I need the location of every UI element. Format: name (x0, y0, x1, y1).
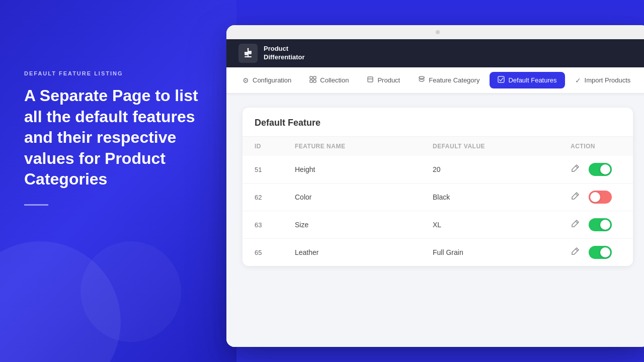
tab-collection[interactable]: Collection (301, 72, 357, 88)
app-main: Default Feature ID Feature Name Default … (226, 94, 644, 280)
action-cell (571, 218, 621, 231)
product-icon (367, 76, 374, 84)
svg-line-15 (576, 221, 578, 223)
feature-card-title: Default Feature (255, 118, 621, 128)
import-products-icon: ✓ (575, 76, 581, 84)
cell-default-value: Full Grain (433, 248, 571, 256)
tab-default-features-label: Default Features (508, 76, 556, 84)
tab-feature-category[interactable]: Feature Category (410, 72, 488, 88)
cell-id: 65 (255, 249, 295, 256)
svg-point-2 (248, 48, 249, 50)
left-content-panel: DEFAULT FEATURE LISTING A Separate Page … (24, 70, 215, 206)
cell-feature-name: Height (295, 165, 433, 173)
toggle-switch-3[interactable] (589, 246, 612, 259)
toggle-thumb (600, 247, 610, 257)
tab-default-features[interactable]: Default Features (490, 72, 565, 88)
laptop-camera (436, 30, 440, 34)
feature-card-header: Default Feature (243, 108, 633, 137)
edit-icon[interactable] (571, 164, 582, 175)
left-subtitle: DEFAULT FEATURE LISTING (24, 70, 215, 76)
col-header-action: Action (571, 143, 621, 150)
svg-line-13 (576, 166, 578, 168)
tab-configuration[interactable]: ⚙ Configuration (234, 72, 299, 88)
app-logo-text: Product Differentiator (264, 45, 305, 62)
configuration-icon: ⚙ (243, 76, 249, 84)
svg-rect-12 (498, 76, 504, 82)
tab-import-products[interactable]: ✓ Import Products (567, 72, 639, 88)
svg-rect-6 (313, 76, 316, 79)
svg-rect-7 (310, 80, 312, 82)
cell-feature-name: Size (295, 221, 433, 229)
svg-line-16 (576, 249, 578, 251)
right-area: Product Differentiator ⚙ Configuration (216, 15, 644, 362)
action-cell (571, 246, 621, 259)
app-logo: Product Differentiator (238, 44, 305, 63)
toggle-thumb (590, 192, 600, 202)
feature-card: Default Feature ID Feature Name Default … (243, 108, 633, 266)
left-divider (24, 204, 48, 206)
col-header-id: ID (255, 143, 295, 150)
cell-default-value: Black (433, 193, 571, 201)
action-cell (571, 163, 621, 176)
toggle-track (589, 163, 612, 176)
bg-circle-2 (80, 241, 181, 342)
tab-import-products-label: Import Products (585, 76, 631, 84)
toggle-switch-1[interactable] (589, 191, 612, 204)
tab-collection-label: Collection (320, 76, 349, 84)
feature-table: ID Feature Name Default Value Action 51 … (243, 137, 633, 266)
table-row: 62 Color Black (243, 183, 633, 211)
toggle-switch-2[interactable] (589, 218, 612, 231)
toggle-track (589, 218, 612, 231)
left-title: A Separate Page to list all the default … (24, 85, 215, 190)
laptop-frame: Product Differentiator ⚙ Configuration (226, 25, 644, 347)
toggle-thumb (600, 164, 610, 174)
tab-feature-category-label: Feature Category (429, 76, 479, 84)
tab-product[interactable]: Product (359, 72, 408, 88)
col-header-feature-name: Feature Name (295, 143, 433, 150)
svg-rect-9 (368, 77, 373, 82)
edit-icon[interactable] (571, 192, 582, 203)
edit-icon[interactable] (571, 247, 582, 258)
cell-id: 62 (255, 194, 295, 201)
cell-id: 63 (255, 221, 295, 229)
table-row: 51 Height 20 (243, 156, 633, 183)
cell-id: 51 (255, 166, 295, 173)
svg-rect-0 (248, 49, 249, 57)
table-header-row: ID Feature Name Default Value Action (243, 137, 633, 156)
app-tabs: ⚙ Configuration Collection (226, 67, 644, 94)
collection-icon (309, 76, 316, 84)
cell-default-value: XL (433, 221, 571, 229)
tab-product-label: Product (377, 76, 400, 84)
cell-default-value: 20 (433, 165, 571, 173)
app-content: Product Differentiator ⚙ Configuration (226, 39, 644, 347)
app-navbar: Product Differentiator (226, 39, 644, 67)
svg-rect-1 (245, 56, 252, 57)
table-row: 65 Leather Full Grain (243, 238, 633, 266)
cell-feature-name: Color (295, 193, 433, 201)
svg-rect-5 (310, 76, 312, 79)
edit-icon[interactable] (571, 219, 582, 230)
col-header-default-value: Default Value (433, 143, 571, 150)
table-rows-container: 51 Height 20 62 Color Black (243, 156, 633, 266)
svg-rect-8 (313, 80, 316, 82)
app-logo-icon (238, 44, 258, 63)
action-cell (571, 191, 621, 204)
default-features-icon (498, 76, 505, 84)
toggle-switch-0[interactable] (589, 163, 612, 176)
laptop-top-bar (226, 25, 644, 39)
toggle-track (589, 246, 612, 259)
toggle-track (589, 191, 612, 204)
svg-line-14 (576, 194, 578, 196)
tab-configuration-label: Configuration (253, 76, 291, 84)
svg-point-11 (419, 76, 424, 78)
table-row: 63 Size XL (243, 211, 633, 238)
toggle-thumb (600, 220, 610, 230)
cell-feature-name: Leather (295, 248, 433, 256)
feature-category-icon (418, 76, 425, 84)
